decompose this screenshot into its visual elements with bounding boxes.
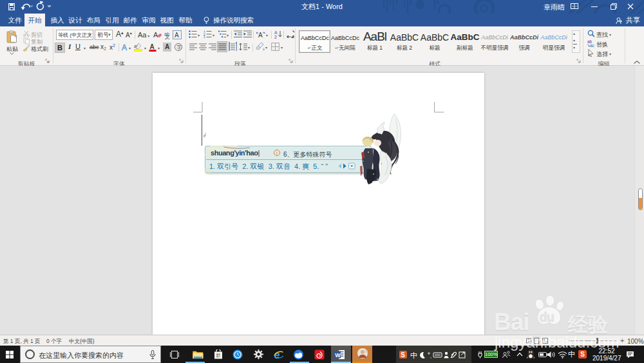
svg-text:du: du <box>540 309 554 324</box>
svg-text:A: A <box>150 43 155 50</box>
svg-text:中: 中 <box>410 351 417 359</box>
svg-text:,: , <box>430 353 431 359</box>
svg-text:字: 字 <box>176 44 182 50</box>
svg-text:ac: ac <box>590 43 595 47</box>
svg-text:A: A <box>258 32 263 38</box>
svg-text:2: 2 <box>274 35 277 39</box>
svg-text:A: A <box>175 32 179 39</box>
svg-text:3: 3 <box>204 35 205 38</box>
svg-text:S: S <box>401 351 405 358</box>
svg-text:A: A <box>122 43 127 52</box>
svg-text:文: 文 <box>165 34 170 39</box>
svg-text:A: A <box>274 30 278 35</box>
svg-text:A: A <box>153 31 158 39</box>
svg-text:W: W <box>335 352 341 358</box>
